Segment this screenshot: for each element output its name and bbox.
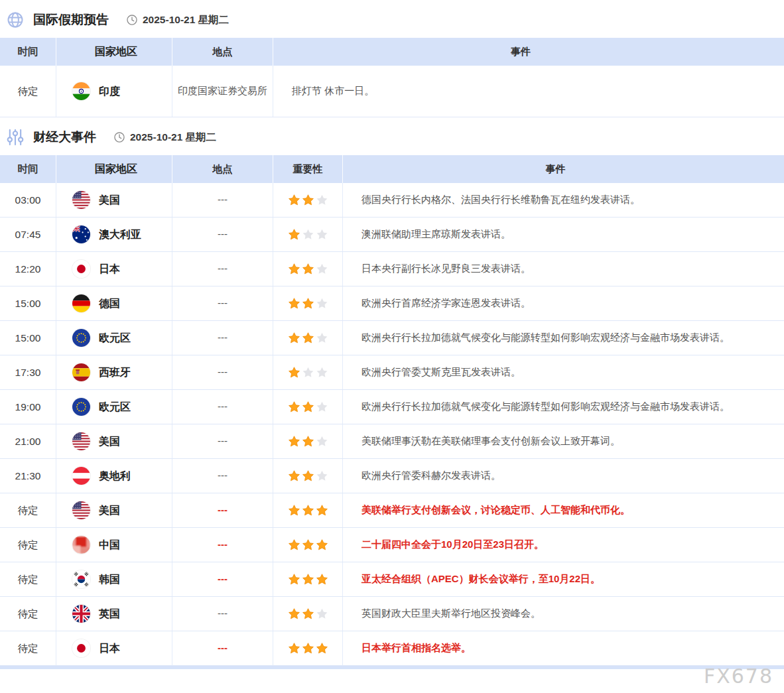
location-value: --- (218, 572, 228, 587)
table-row: 03:00 美国 --- 德国央行行长内格尔、法国央行行长维勒鲁瓦在纽约发表讲话… (0, 183, 784, 217)
country-cell: 欧元区 (56, 321, 172, 355)
country-cell: 美国 (56, 424, 172, 458)
fx678-watermark: FX678 (704, 664, 773, 688)
holiday-table: 时间 国家地区 地点 事件 待定 印度 印度国家证券交易所 排灯节 休市一日。 (0, 38, 784, 117)
time-value: 待定 (18, 641, 38, 656)
country-name: 中国 (99, 537, 120, 553)
importance-cell (273, 528, 343, 562)
country-cell: 印度 (56, 66, 172, 117)
time-value: 21:30 (15, 468, 41, 483)
column-header-time: 时间 (0, 155, 56, 183)
table-row: 待定 美国 --- 美联储举行支付创新会议，讨论稳定币、人工智能和代币化。 (0, 493, 784, 527)
event-text: 排灯节 休市一日。 (292, 84, 374, 99)
table-row: 待定 英国 --- 英国财政大臣里夫斯举行地区投资峰会。 (0, 596, 784, 631)
location-cell: --- (172, 631, 273, 665)
importance-stars (288, 642, 328, 655)
event-cell: 澳洲联储助理主席琼斯发表讲话。 (343, 218, 784, 251)
location-cell: --- (172, 218, 273, 251)
time-value: 17:30 (15, 365, 41, 380)
event-cell: 欧洲央行行长拉加德就气候变化与能源转型如何影响宏观经济与金融市场发表讲话。 (343, 321, 784, 355)
importance-stars (288, 504, 328, 517)
star-icon (316, 228, 328, 241)
location-value: --- (218, 606, 228, 621)
star-icon (316, 538, 328, 551)
importance-cell (273, 252, 343, 286)
time-cell: 07:45 (0, 218, 56, 251)
importance-stars (288, 573, 328, 586)
event-text: 亚太经合组织（APEC）财长会议举行，至10月22日。 (361, 572, 600, 587)
country-name: 奥地利 (99, 468, 131, 484)
column-header-event: 事件 (343, 155, 784, 183)
star-icon (316, 332, 328, 344)
column-header-country: 国家地区 (56, 38, 172, 66)
time-cell: 17:30 (0, 355, 56, 389)
star-icon (288, 401, 300, 413)
event-text: 美联储举行支付创新会议，讨论稳定币、人工智能和代币化。 (361, 503, 630, 518)
importance-stars (288, 194, 328, 206)
location-cell: --- (172, 493, 273, 527)
location-cell: --- (172, 286, 273, 320)
importance-cell (273, 493, 343, 527)
event-cell: 亚太经合组织（APEC）财长会议举行，至10月22日。 (343, 562, 784, 596)
star-icon (316, 573, 328, 586)
location-value: --- (218, 468, 228, 483)
importance-stars (288, 435, 328, 448)
time-cell: 15:00 (0, 286, 56, 320)
holiday-section-header: 国际假期预告 2025-10-21 星期二 (0, 0, 784, 38)
flag-at-icon (72, 467, 90, 485)
event-cell: 美联储举行支付创新会议，讨论稳定币、人工智能和代币化。 (343, 493, 784, 527)
star-icon (316, 470, 328, 482)
star-icon (288, 263, 300, 275)
event-cell: 日本央行副行长冰见野良三发表讲话。 (343, 252, 784, 286)
time-value: 待定 (18, 606, 38, 621)
flag-kr-icon (72, 570, 90, 588)
event-text: 二十届四中全会于10月20日至23日召开。 (361, 537, 544, 552)
location-value: --- (218, 261, 228, 277)
star-icon (288, 573, 300, 586)
event-text: 日本央行副行长冰见野良三发表讲话。 (361, 261, 531, 277)
importance-cell (273, 597, 343, 631)
country-name: 美国 (99, 434, 120, 450)
location-value: --- (218, 503, 228, 518)
flag-eu-icon (72, 329, 90, 347)
star-icon (316, 263, 328, 275)
location-value: --- (218, 330, 228, 346)
flag-jp-icon (72, 639, 90, 657)
location-value: --- (218, 641, 228, 656)
event-cell: 二十届四中全会于10月20日至23日召开。 (343, 528, 784, 562)
location-value: --- (218, 399, 228, 414)
time-value: 12:20 (15, 261, 41, 277)
country-name: 德国 (99, 296, 120, 312)
flag-jp-icon (72, 260, 90, 278)
country-cell: 美国 (56, 493, 172, 527)
importance-cell (273, 183, 343, 217)
country-name: 印度 (99, 84, 120, 99)
star-icon (288, 366, 300, 379)
location-cell: --- (172, 424, 273, 458)
table-row: 15:00 欧元区 --- 欧洲央行行长拉加德就气候变化与能源转型如何影响宏观经… (0, 320, 784, 355)
table-row: 21:00 美国 --- 美联储理事沃勒在美联储理事会支付创新会议上致开幕词。 (0, 424, 784, 458)
events-section-title: 财经大事件 (33, 129, 96, 146)
country-cell: 韩国 (56, 562, 172, 596)
table-row: 12:20 日本 --- 日本央行副行长冰见野良三发表讲话。 (0, 251, 784, 286)
importance-stars (288, 332, 328, 344)
flag-es-icon (72, 363, 90, 381)
time-cell: 待定 (0, 66, 56, 117)
time-cell: 待定 (0, 493, 56, 527)
time-value: 03:00 (15, 192, 41, 208)
event-cell: 德国央行行长内格尔、法国央行行长维勒鲁瓦在纽约发表讲话。 (343, 183, 784, 217)
star-icon (288, 504, 300, 517)
importance-cell (273, 631, 343, 665)
location-cell: --- (172, 562, 273, 596)
importance-cell (273, 218, 343, 251)
column-header-event: 事件 (273, 38, 784, 66)
time-value: 待定 (18, 503, 38, 518)
country-cell: 日本 (56, 631, 172, 665)
star-icon (302, 607, 314, 620)
event-cell: 欧洲央行管委科赫尔发表讲话。 (343, 459, 784, 493)
events-section-date: 2025-10-21 星期二 (130, 131, 216, 145)
country-cell: 西班牙 (56, 355, 172, 389)
events-date-wrap: 2025-10-21 星期二 (113, 131, 216, 145)
sliders-icon (5, 127, 25, 147)
event-text: 英国财政大臣里夫斯举行地区投资峰会。 (361, 606, 541, 621)
